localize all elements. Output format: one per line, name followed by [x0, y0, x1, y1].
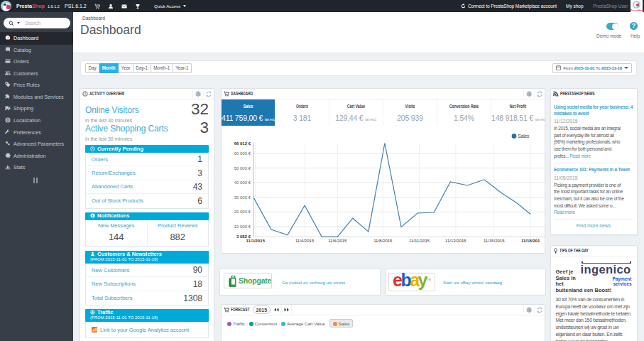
svg-text:66 912 €: 66 912 €	[234, 141, 251, 146]
svg-text:11/8/2015: 11/8/2015	[373, 239, 393, 243]
svg-text:11/6/2015: 11/6/2015	[328, 239, 347, 243]
svg-text:30 000 €: 30 000 €	[234, 195, 251, 200]
svg-text:20 000 €: 20 000 €	[234, 210, 251, 214]
svg-text:Sales: Sales	[518, 134, 530, 139]
svg-text:50 000 €: 50 000 €	[234, 166, 251, 170]
svg-text:11/18/201: 11/18/201	[521, 239, 540, 243]
svg-text:11/13/2015: 11/13/2015	[445, 239, 466, 243]
svg-text:10 000 €: 10 000 €	[234, 224, 251, 229]
svg-text:11/15/2015: 11/15/2015	[484, 239, 505, 243]
svg-text:60 000 €: 60 000 €	[234, 151, 251, 156]
svg-text:11/11/2015: 11/11/2015	[409, 239, 430, 243]
svg-text:40 000 €: 40 000 €	[234, 180, 251, 185]
svg-text:11/4/2015: 11/4/2015	[295, 239, 315, 243]
svg-text:11/1/2015: 11/1/2015	[246, 239, 266, 243]
